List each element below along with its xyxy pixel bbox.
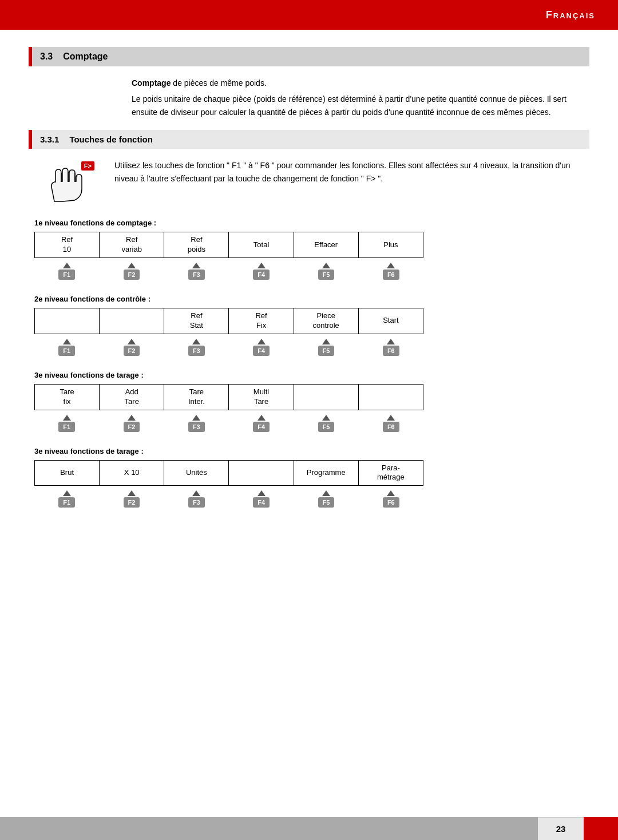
fkey-cell-1-4: F4 [229, 261, 294, 281]
bottom-footer: 23 [0, 817, 618, 840]
arrow-up-icon-4-1 [63, 490, 71, 496]
fn-table-3: TarefixAddTareTareInter.MultiTare [34, 384, 423, 410]
fn-table-1-cell-1: Ref10 [35, 232, 100, 258]
subsection-intro-text: Utilisez les touches de fonction " F1 " … [114, 159, 589, 185]
arrow-up-icon-2-6 [387, 339, 395, 344]
fkey-badge-2-4: F4 [253, 346, 270, 356]
fn-table-1: Ref10RefvariabRefpoidsTotalEffacerPlus [34, 232, 423, 258]
function-level-4: 3e niveau fonctions de tarage :BrutX 10U… [29, 447, 589, 509]
fn-table-1-cell-6: Plus [358, 232, 423, 258]
arrow-up-icon-2-2 [128, 339, 136, 344]
fkey-cell-3-3: F3 [164, 414, 229, 433]
subsection-intro: F> Utilisez les touches de fonction " F1… [29, 159, 589, 207]
function-level-3: 3e niveau fonctions de tarage :TarefixAd… [29, 371, 589, 433]
fn-table-3-cell-3: TareInter. [164, 384, 229, 410]
arrow-up-icon-1-3 [192, 263, 200, 268]
section-3-3-number: 3.3 [40, 51, 53, 62]
section-3-3-rest: de pièces de même poids. [171, 78, 266, 88]
section-3-3-title: Comptage [63, 51, 108, 62]
arrow-up-icon-4-3 [192, 490, 200, 496]
section-3-3-body: Comptage de pièces de même poids. Le poi… [132, 77, 589, 118]
arrow-up-icon-2-3 [192, 339, 200, 344]
arrow-up-icon-1-1 [63, 263, 71, 268]
fn-table-2-cell-5: Piececontrole [294, 308, 358, 334]
fn-table-3-cell-4: MultiTare [229, 384, 294, 410]
fkey-badge-4-1: F1 [58, 497, 75, 508]
fkey-cell-3-4: F4 [229, 414, 294, 433]
fkey-badge-1-2: F2 [124, 270, 140, 280]
fn-table-1-cell-2: Refvariab [100, 232, 164, 258]
icon-area: F> [34, 161, 103, 207]
page-number: 23 [538, 817, 584, 840]
function-level-1: 1e niveau fonctions de comptage :Ref10Re… [29, 219, 589, 281]
arrow-up-icon-1-2 [128, 263, 136, 268]
arrow-up-icon-2-1 [63, 339, 71, 344]
top-header: Français [0, 0, 618, 30]
section-3-3-paragraph1: Comptage de pièces de même poids. [132, 77, 589, 89]
fkey-cell-4-1: F1 [34, 489, 99, 509]
fkey-badge-1-6: F6 [383, 270, 399, 280]
fn-table-4-cell-3: Unités [164, 460, 229, 486]
fkey-badge-3-3: F3 [188, 422, 205, 432]
fkey-badge-2-1: F1 [58, 346, 75, 356]
fkey-badge-1-5: F5 [318, 270, 335, 280]
fkey-cell-2-3: F3 [164, 338, 229, 357]
header-title: Français [546, 9, 595, 21]
footer-gray-bar [0, 817, 538, 840]
fn-table-4-cell-1: Brut [35, 460, 100, 486]
fkey-row-1: F1F2F3F4F5F6 [34, 261, 423, 281]
level-4-label: 3e niveau fonctions de tarage : [34, 447, 589, 455]
fkey-cell-4-4: F4 [229, 489, 294, 509]
fn-table-1-cell-3: Refpoids [164, 232, 229, 258]
level-3-label: 3e niveau fonctions de tarage : [34, 371, 589, 379]
fkey-badge-3-2: F2 [124, 422, 140, 432]
fkey-badge-2-6: F6 [383, 346, 399, 356]
fkey-cell-3-1: F1 [34, 414, 99, 433]
fkey-badge-1-4: F4 [253, 270, 270, 280]
fkey-badge-3-5: F5 [318, 422, 335, 432]
fkey-badge-4-2: F2 [124, 497, 140, 508]
arrow-up-icon-3-1 [63, 415, 71, 421]
fn-table-4-cell-6: Para-métrage [358, 460, 423, 486]
fkey-badge-4-5: F5 [318, 497, 335, 508]
fn-table-2: RefStatRefFixPiececontroleStart [34, 308, 423, 334]
fn-table-4-cell-5: Programme [294, 460, 358, 486]
fn-table-3-cell-1: Tarefix [35, 384, 100, 410]
fn-table-3-cell-2: AddTare [100, 384, 164, 410]
fn-table-4-cell-2: X 10 [100, 460, 164, 486]
arrow-up-icon-4-5 [322, 490, 330, 496]
level-2-label: 2e niveau fonctions de contrôle : [34, 295, 589, 303]
arrow-up-icon-3-4 [258, 415, 266, 421]
section-3-3-paragraph2: Le poids unitaire de chaque pièce (poids… [132, 93, 589, 118]
fn-table-4-cell-4 [229, 460, 294, 486]
section-3-3-1-title: Touches de fonction [69, 134, 153, 144]
fn-table-1-cell-4: Total [229, 232, 294, 258]
fkey-cell-3-6: F6 [359, 414, 423, 433]
section-3-3-1-number: 3.3.1 [40, 134, 59, 144]
arrow-up-icon-1-5 [322, 263, 330, 268]
footer-red-bar [584, 817, 618, 840]
fkey-cell-2-2: F2 [99, 338, 164, 357]
fkey-cell-1-6: F6 [359, 261, 423, 281]
fn-table-2-cell-4: RefFix [229, 308, 294, 334]
fkey-cell-4-2: F2 [99, 489, 164, 509]
arrow-up-icon-1-4 [258, 263, 266, 268]
fkey-row-4: F1F2F3F4F5F6 [34, 489, 423, 509]
fkey-cell-2-1: F1 [34, 338, 99, 357]
fkey-badge-1-3: F3 [188, 270, 205, 280]
fkey-badge-3-4: F4 [253, 422, 270, 432]
fn-table-1-cell-5: Effacer [294, 232, 358, 258]
fkey-row-2: F1F2F3F4F5F6 [34, 338, 423, 357]
arrow-up-icon-4-6 [387, 490, 395, 496]
fkey-cell-1-5: F5 [294, 261, 358, 281]
fkey-cell-3-5: F5 [294, 414, 358, 433]
fn-table-2-cell-2 [100, 308, 164, 334]
hand-icon-container: F> [43, 161, 94, 207]
fn-table-3-cell-6 [358, 384, 423, 410]
fkey-badge-3-6: F6 [383, 422, 399, 432]
fkey-cell-4-5: F5 [294, 489, 358, 509]
fkey-cell-1-1: F1 [34, 261, 99, 281]
fkey-cell-2-5: F5 [294, 338, 358, 357]
fkey-cell-3-2: F2 [99, 414, 164, 433]
arrow-up-icon-4-4 [258, 490, 266, 496]
